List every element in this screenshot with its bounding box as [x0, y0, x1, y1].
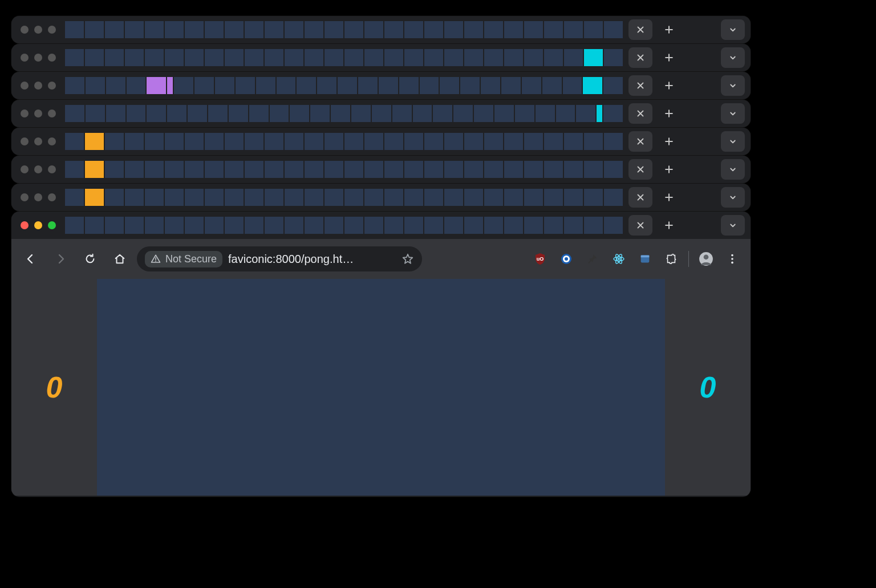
tab-strip[interactable] [65, 133, 623, 150]
tab-favicon-cell[interactable] [245, 217, 265, 234]
window-maximize-button[interactable] [48, 110, 56, 117]
tab-favicon-cell[interactable] [344, 133, 364, 150]
tab-favicon-cell[interactable] [85, 133, 105, 150]
tab-favicon-cell[interactable] [424, 49, 444, 66]
tab-favicon-cell[interactable] [564, 189, 584, 206]
tab-favicon-cell[interactable] [245, 189, 265, 206]
tab-favicon-cell[interactable] [325, 49, 344, 66]
tab-favicon-cell[interactable] [344, 189, 364, 206]
tab-favicon-cell[interactable] [524, 217, 544, 234]
close-tab-button[interactable] [628, 131, 652, 152]
tab-favicon-cell[interactable] [603, 77, 623, 94]
tab-favicon-cell[interactable] [424, 189, 444, 206]
tab-favicon-cell[interactable] [225, 21, 245, 38]
tab-favicon-cell[interactable] [205, 49, 225, 66]
tab-favicon-cell[interactable] [205, 189, 225, 206]
tab-favicon-cell[interactable] [165, 161, 185, 178]
tab-favicon-cell[interactable] [399, 77, 420, 94]
tab-favicon-cell[interactable] [85, 217, 105, 234]
close-tab-button[interactable] [628, 47, 652, 68]
tab-favicon-cell[interactable] [444, 21, 464, 38]
tab-favicon-cell[interactable] [379, 77, 399, 94]
tab-favicon-cell[interactable] [364, 189, 384, 206]
tab-favicon-cell[interactable] [285, 49, 305, 66]
tab-favicon-cell[interactable] [290, 105, 310, 122]
tab-favicon-cell[interactable] [215, 77, 236, 94]
tab-favicon-cell[interactable] [444, 161, 464, 178]
tab-favicon-cell[interactable] [384, 217, 404, 234]
tab-favicon-cell[interactable] [305, 189, 325, 206]
game-field[interactable] [97, 279, 665, 496]
tab-favicon-cell[interactable] [424, 161, 444, 178]
tab-favicon-cell[interactable] [344, 161, 364, 178]
tab-favicon-cell[interactable] [85, 161, 105, 178]
tab-favicon-cell[interactable] [225, 133, 245, 150]
tab-favicon-cell[interactable] [504, 161, 524, 178]
tab-favicon-cell[interactable] [147, 105, 167, 122]
tab-favicon-cell[interactable] [351, 105, 372, 122]
tab-favicon-cell[interactable] [584, 49, 604, 66]
tab-favicon-cell[interactable] [310, 105, 331, 122]
tab-favicon-cell[interactable] [584, 189, 604, 206]
address-bar[interactable]: Not Secure faviconic:8000/pong.ht… [137, 246, 422, 271]
window-minimize-button[interactable] [34, 26, 42, 34]
tab-favicon-cell[interactable] [85, 189, 105, 206]
tab-favicon-cell[interactable] [584, 133, 604, 150]
ublock-icon[interactable]: uO [529, 248, 551, 270]
forward-button[interactable] [48, 246, 73, 271]
tab-favicon-cell[interactable] [404, 161, 424, 178]
window-close-button[interactable] [21, 26, 29, 34]
tab-favicon-cell[interactable] [584, 161, 604, 178]
tab-favicon-cell[interactable] [424, 217, 444, 234]
tab-favicon-cell[interactable] [344, 21, 364, 38]
window-close-button[interactable] [21, 137, 29, 145]
tab-favicon-cell[interactable] [65, 161, 85, 178]
tab-favicon-cell[interactable] [544, 161, 564, 178]
tab-favicon-cell[interactable] [325, 133, 344, 150]
tab-favicon-cell[interactable] [305, 133, 325, 150]
bookmark-star-icon[interactable] [402, 253, 414, 265]
tab-favicon-cell[interactable] [297, 77, 317, 94]
tab-favicon-cell[interactable] [125, 217, 145, 234]
window-close-button[interactable] [21, 82, 29, 90]
new-tab-button[interactable] [657, 131, 681, 152]
tab-favicon-cell[interactable] [338, 77, 358, 94]
tab-favicon-cell[interactable] [65, 77, 86, 94]
window-close-button[interactable] [21, 54, 29, 62]
tab-favicon-cell[interactable] [584, 21, 604, 38]
tab-favicon-cell[interactable] [603, 105, 623, 122]
tab-favicon-cell[interactable] [484, 133, 504, 150]
tab-favicon-cell[interactable] [464, 161, 484, 178]
tab-search-button[interactable] [721, 47, 745, 68]
tab-favicon-cell[interactable] [564, 217, 584, 234]
security-chip[interactable]: Not Secure [145, 251, 222, 267]
close-tab-button[interactable] [628, 159, 652, 180]
tab-favicon-cell[interactable] [105, 161, 125, 178]
tab-favicon-cell[interactable] [125, 133, 145, 150]
tab-favicon-cell[interactable] [424, 133, 444, 150]
tab-favicon-cell[interactable] [453, 105, 474, 122]
tab-favicon-cell[interactable] [185, 133, 205, 150]
tab-favicon-cell[interactable] [420, 77, 440, 94]
tab-favicon-cell[interactable] [484, 189, 504, 206]
tab-favicon-cell[interactable] [270, 105, 290, 122]
tab-favicon-cell[interactable] [174, 77, 194, 94]
tab-favicon-cell[interactable] [305, 161, 325, 178]
tab-favicon-cell[interactable] [524, 161, 544, 178]
close-tab-button[interactable] [628, 19, 652, 40]
tab-favicon-cell[interactable] [285, 161, 305, 178]
tab-favicon-cell[interactable] [564, 21, 584, 38]
tab-favicon-cell[interactable] [384, 161, 404, 178]
tab-favicon-cell[interactable] [145, 217, 165, 234]
window-maximize-button[interactable] [48, 26, 56, 34]
tab-favicon-cell[interactable] [285, 217, 305, 234]
window-minimize-button[interactable] [34, 82, 42, 90]
tab-favicon-cell[interactable] [524, 133, 544, 150]
tab-favicon-cell[interactable] [440, 77, 460, 94]
tab-favicon-cell[interactable] [185, 49, 205, 66]
window-maximize-button[interactable] [48, 221, 56, 229]
tab-favicon-cell[interactable] [105, 49, 125, 66]
tab-search-button[interactable] [721, 159, 745, 180]
tab-favicon-cell[interactable] [127, 77, 147, 94]
tab-favicon-cell[interactable] [325, 21, 344, 38]
